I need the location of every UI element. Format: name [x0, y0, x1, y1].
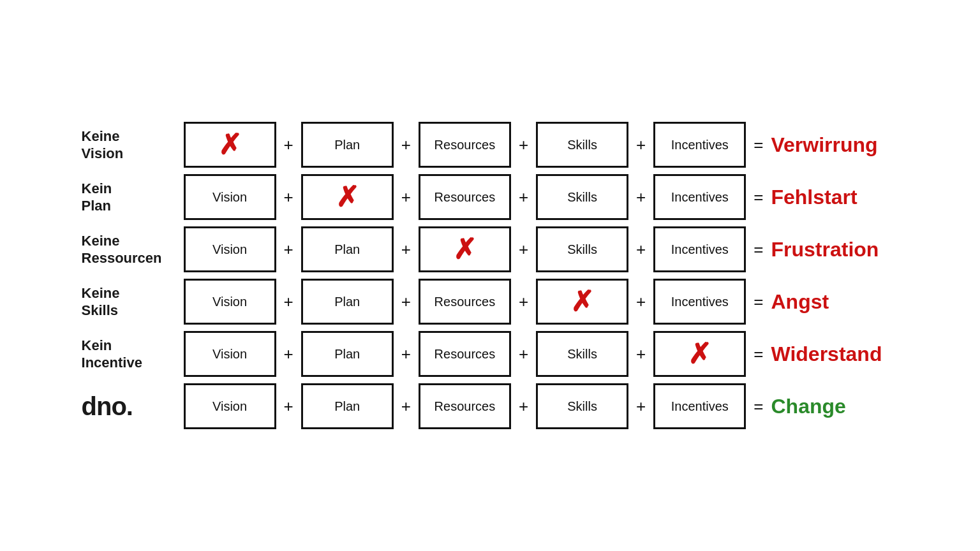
plus-operator-row-kein-plan-4: +	[628, 187, 653, 207]
box-row-keine-ressourcen-3: Skills	[536, 226, 628, 272]
cross-mark-icon: ✗	[336, 183, 359, 211]
plus-operator-row-kein-incentive-3: +	[511, 344, 536, 364]
box-row-kein-plan-2: Resources	[419, 174, 511, 220]
cross-mark-icon: ✗	[570, 288, 594, 316]
plus-operator-row-keine-vision-4: +	[628, 135, 653, 155]
equals-operator-row-keine-ressourcen: =	[746, 240, 771, 260]
cross-mark-icon: ✗	[453, 235, 477, 263]
label-row-keine-skills: Keine Skills	[82, 284, 184, 320]
plus-operator-row-keine-skills-4: +	[628, 292, 653, 312]
row-change: dno.Vision+Plan+Resources+Skills+Incenti…	[82, 383, 899, 429]
plus-operator-row-kein-incentive-1: +	[276, 344, 301, 364]
box-row-kein-incentive-0: Vision	[184, 331, 276, 377]
logo-text: dno.	[82, 392, 133, 421]
plus-operator-row-keine-skills-2: +	[394, 292, 419, 312]
box-row-keine-skills-4: Incentives	[653, 279, 746, 325]
box-row-keine-ressourcen-1: Plan	[301, 226, 394, 272]
box-row-keine-vision-0: ✗	[184, 122, 276, 168]
dno-logo: dno.	[82, 392, 184, 421]
box-row-kein-plan-3: Skills	[536, 174, 628, 220]
boxes-row-keine-ressourcen: Vision+Plan+✗+Skills+Incentives	[184, 226, 746, 272]
plus-operator-row-keine-vision-1: +	[276, 135, 301, 155]
label-row-kein-incentive: Kein Incentive	[82, 337, 184, 372]
cross-mark-icon: ✗	[688, 340, 711, 368]
row-keine-skills: Keine SkillsVision+Plan+Resources+✗+Ince…	[82, 279, 899, 325]
plus-operator-row-kein-incentive-2: +	[394, 344, 419, 364]
boxes-row-kein-incentive: Vision+Plan+Resources+Skills+✗	[184, 331, 746, 377]
box-row-change-4: Incentives	[653, 383, 746, 429]
result-row-change: Change	[771, 395, 898, 418]
main-container: Keine Vision✗+Plan+Resources+Skills+Ince…	[56, 109, 924, 442]
box-row-keine-skills-1: Plan	[301, 279, 394, 325]
equals-operator-row-keine-vision: =	[746, 135, 771, 155]
plus-operator-row-change-1: +	[276, 397, 301, 416]
label-row-keine-vision: Keine Vision	[82, 128, 184, 163]
box-row-keine-ressourcen-2: ✗	[419, 226, 511, 272]
result-row-keine-skills: Angst	[771, 290, 898, 314]
result-row-kein-incentive: Widerstand	[771, 342, 898, 366]
boxes-row-kein-plan: Vision+✗+Resources+Skills+Incentives	[184, 174, 746, 220]
box-row-keine-vision-2: Resources	[419, 122, 511, 168]
plus-operator-row-keine-skills-1: +	[276, 292, 301, 312]
equals-operator-row-kein-incentive: =	[746, 344, 771, 364]
box-row-change-2: Resources	[419, 383, 511, 429]
result-row-kein-plan: Fehlstart	[771, 186, 898, 209]
plus-operator-row-keine-vision-3: +	[511, 135, 536, 155]
cross-mark-icon: ✗	[218, 131, 242, 159]
box-row-keine-vision-3: Skills	[536, 122, 628, 168]
box-row-keine-vision-1: Plan	[301, 122, 394, 168]
plus-operator-row-keine-ressourcen-2: +	[394, 240, 419, 260]
plus-operator-row-kein-incentive-4: +	[628, 344, 653, 364]
box-row-kein-plan-4: Incentives	[653, 174, 746, 220]
result-row-keine-vision: Verwirrung	[771, 133, 898, 157]
plus-operator-row-kein-plan-1: +	[276, 187, 301, 207]
box-row-change-0: Vision	[184, 383, 276, 429]
box-row-change-3: Skills	[536, 383, 628, 429]
box-row-keine-skills-0: Vision	[184, 279, 276, 325]
equals-operator-row-change: =	[746, 397, 771, 416]
label-row-keine-ressourcen: Keine Ressourcen	[82, 232, 184, 267]
equals-operator-row-keine-skills: =	[746, 292, 771, 312]
box-row-change-1: Plan	[301, 383, 394, 429]
plus-operator-row-keine-ressourcen-1: +	[276, 240, 301, 260]
boxes-row-keine-vision: ✗+Plan+Resources+Skills+Incentives	[184, 122, 746, 168]
plus-operator-row-keine-ressourcen-4: +	[628, 240, 653, 260]
row-kein-incentive: Kein IncentiveVision+Plan+Resources+Skil…	[82, 331, 899, 377]
box-row-kein-incentive-3: Skills	[536, 331, 628, 377]
box-row-kein-plan-0: Vision	[184, 174, 276, 220]
box-row-kein-incentive-1: Plan	[301, 331, 394, 377]
plus-operator-row-kein-plan-2: +	[394, 187, 419, 207]
row-kein-plan: Kein PlanVision+✗+Resources+Skills+Incen…	[82, 174, 899, 220]
row-keine-vision: Keine Vision✗+Plan+Resources+Skills+Ince…	[82, 122, 899, 168]
plus-operator-row-keine-skills-3: +	[511, 292, 536, 312]
boxes-row-keine-skills: Vision+Plan+Resources+✗+Incentives	[184, 279, 746, 325]
result-row-keine-ressourcen: Frustration	[771, 238, 898, 261]
box-row-kein-incentive-4: ✗	[653, 331, 746, 377]
box-row-keine-vision-4: Incentives	[653, 122, 746, 168]
plus-operator-row-change-2: +	[394, 397, 419, 416]
box-row-kein-plan-1: ✗	[301, 174, 394, 220]
box-row-keine-skills-3: ✗	[536, 279, 628, 325]
plus-operator-row-keine-vision-2: +	[394, 135, 419, 155]
plus-operator-row-change-3: +	[511, 397, 536, 416]
plus-operator-row-change-4: +	[628, 397, 653, 416]
equals-operator-row-kein-plan: =	[746, 187, 771, 207]
plus-operator-row-keine-ressourcen-3: +	[511, 240, 536, 260]
row-keine-ressourcen: Keine RessourcenVision+Plan+✗+Skills+Inc…	[82, 226, 899, 272]
plus-operator-row-kein-plan-3: +	[511, 187, 536, 207]
box-row-keine-skills-2: Resources	[419, 279, 511, 325]
box-row-keine-ressourcen-4: Incentives	[653, 226, 746, 272]
box-row-kein-incentive-2: Resources	[419, 331, 511, 377]
boxes-row-change: Vision+Plan+Resources+Skills+Incentives	[184, 383, 746, 429]
box-row-keine-ressourcen-0: Vision	[184, 226, 276, 272]
label-row-kein-plan: Kein Plan	[82, 180, 184, 215]
